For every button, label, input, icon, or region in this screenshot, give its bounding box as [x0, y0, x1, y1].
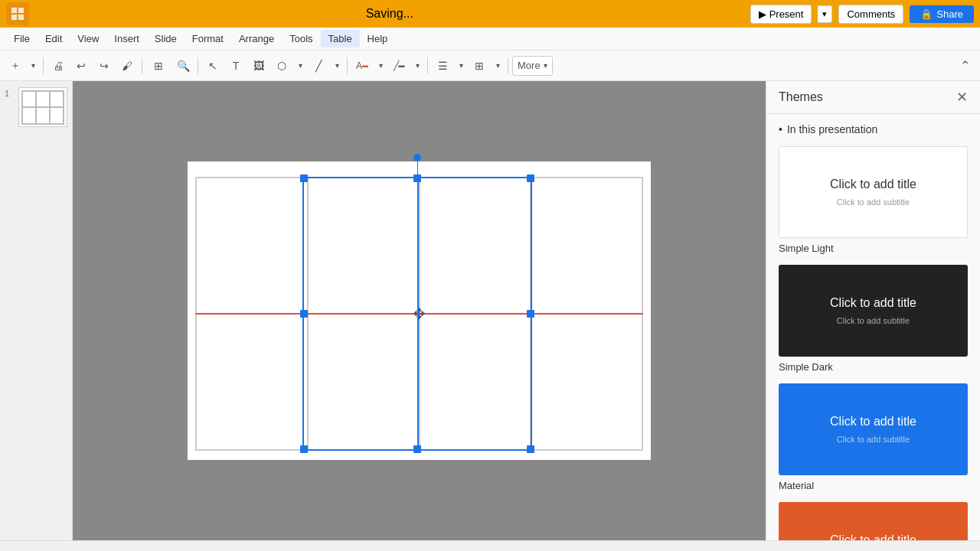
distribute-dropdown[interactable]: ▾	[492, 55, 504, 77]
thumb-cell-3	[50, 91, 64, 108]
theme-name-simple-light: Simple Light	[779, 243, 968, 254]
toolbar-divider-5	[427, 57, 428, 74]
align-button[interactable]: ☰	[432, 55, 453, 77]
themes-title: Themes	[779, 90, 823, 104]
distribute-button[interactable]: ⊞	[469, 55, 490, 77]
table-cell-r1c0[interactable]	[196, 314, 308, 450]
comments-button[interactable]: Comments	[838, 5, 903, 24]
zoom-button[interactable]: 🔍	[172, 55, 194, 77]
title-bar-center: Saving...	[35, 7, 744, 21]
table-cell-r0c3[interactable]	[531, 178, 642, 314]
saving-status: Saving...	[366, 7, 413, 21]
svg-rect-0	[11, 8, 17, 13]
table-cell-r1c2[interactable]	[420, 314, 531, 450]
theme-preview-spearmint[interactable]: Click to add title Click to add subtitle	[779, 502, 968, 540]
menu-view[interactable]: View	[70, 30, 106, 47]
line-color-dropdown[interactable]: ▾	[411, 55, 423, 77]
table-cell-r1c3[interactable]	[531, 314, 642, 450]
fill-color-dropdown[interactable]: ▾	[374, 55, 387, 77]
toolbar-group-add: ＋ ▾	[5, 55, 39, 77]
menu-bar: File Edit View Insert Slide Format Arran…	[0, 28, 980, 51]
line-color-button[interactable]: ╱ ▬	[388, 55, 410, 77]
print-button[interactable]: 🖨	[47, 55, 69, 77]
collapse-panel-button[interactable]: ⌃	[954, 55, 975, 77]
themes-close-button[interactable]: ✕	[956, 90, 968, 104]
canvas-area[interactable]: ✥	[73, 81, 766, 540]
svg-rect-1	[18, 8, 24, 13]
svg-rect-2	[11, 15, 17, 20]
toolbar-divider-3	[198, 57, 198, 74]
table-container[interactable]: ✥	[195, 177, 643, 451]
themes-panel: Themes ✕ • In this presentation Click to…	[766, 81, 980, 540]
redo-button[interactable]: ↪	[93, 55, 115, 77]
toolbar: ＋ ▾ 🖨 ↩ ↪ 🖌 ⊞ 🔍 ↖ T 🖼 ⬡ ▾ ╱ ▾ A ▬ ▾ ╱ ▬ …	[0, 51, 980, 81]
add-dropdown[interactable]: ▾	[27, 55, 39, 77]
title-bar: Saving... ▶ Present ▾ Comments 🔒 Share	[0, 0, 980, 28]
present-dropdown-button[interactable]: ▾	[818, 5, 832, 23]
slide-thumb-1[interactable]	[18, 87, 67, 127]
themes-content: • In this presentation Click to add titl…	[766, 114, 980, 540]
text-button[interactable]: T	[225, 55, 247, 77]
toolbar-divider-2	[142, 57, 142, 74]
present-icon: ▶	[759, 8, 766, 20]
menu-slide[interactable]: Slide	[147, 30, 185, 47]
menu-arrange[interactable]: Arrange	[231, 30, 282, 47]
present-button[interactable]: ▶ Present	[750, 5, 812, 24]
table-cell-r0c2[interactable]	[420, 178, 531, 314]
menu-edit[interactable]: Edit	[38, 30, 70, 47]
zoom-fit-button[interactable]: ⊞	[146, 55, 171, 77]
table-cell-r0c0[interactable]	[196, 178, 308, 314]
thumb-cell-5	[36, 107, 50, 124]
shapes-dropdown[interactable]: ▾	[294, 55, 306, 77]
thumb-cell-4	[22, 107, 36, 124]
line-button[interactable]: ╱	[308, 55, 329, 77]
selection-top-circle	[413, 154, 421, 161]
theme-card-material: Click to add title Click to add subtitle…	[779, 383, 968, 491]
menu-file[interactable]: File	[6, 30, 38, 47]
bottom-bar	[0, 540, 980, 551]
menu-format[interactable]: Format	[185, 30, 231, 47]
bullet-icon: •	[779, 123, 782, 135]
theme-name-material: Material	[779, 480, 968, 491]
menu-help[interactable]: Help	[360, 30, 396, 47]
shapes-button[interactable]: ⬡	[271, 55, 292, 77]
menu-table[interactable]: Table	[321, 30, 360, 47]
select-button[interactable]: ↖	[202, 55, 224, 77]
app-logo	[6, 2, 29, 25]
thumb-cell-2	[36, 91, 50, 108]
theme-preview-simple-dark[interactable]: Click to add title Click to add subtitle	[779, 265, 968, 357]
menu-tools[interactable]: Tools	[282, 30, 320, 47]
toolbar-divider-6	[508, 57, 508, 74]
toolbar-divider-1	[43, 57, 44, 74]
theme-card-simple-dark: Click to add title Click to add subtitle…	[779, 265, 968, 373]
theme-preview-material[interactable]: Click to add title Click to add subtitle	[779, 383, 968, 475]
menu-insert[interactable]: Insert	[106, 30, 147, 47]
align-dropdown[interactable]: ▾	[455, 55, 467, 77]
undo-button[interactable]: ↩	[70, 55, 92, 77]
red-divider-horizontal	[195, 313, 643, 315]
add-button[interactable]: ＋	[5, 55, 26, 77]
paint-format-button[interactable]: 🖌	[116, 55, 138, 77]
fill-color-button[interactable]: A ▬	[351, 55, 373, 77]
thumb-cell-1	[22, 91, 36, 108]
more-button[interactable]: More ▾	[512, 56, 553, 76]
selection-top-line	[417, 161, 418, 177]
line-dropdown[interactable]: ▾	[331, 55, 343, 77]
table-cell-r1c1[interactable]	[308, 314, 420, 450]
toolbar-divider-4	[347, 57, 348, 74]
share-button[interactable]: 🔒 Share	[910, 5, 974, 23]
themes-header: Themes ✕	[766, 81, 980, 114]
main-area: 1	[0, 81, 980, 540]
svg-rect-3	[18, 15, 24, 20]
image-button[interactable]: 🖼	[248, 55, 270, 77]
theme-card-simple-light: Click to add title Click to add subtitle…	[779, 146, 968, 254]
table-cell-r0c1[interactable]	[308, 178, 420, 314]
title-bar-right: ▶ Present ▾ Comments 🔒 Share	[750, 5, 974, 24]
theme-card-spearmint: Click to add title Click to add subtitle…	[779, 502, 968, 540]
theme-preview-simple-light[interactable]: Click to add title Click to add subtitle	[779, 146, 968, 238]
slide-thumb-container-1: 1	[5, 87, 67, 127]
theme-name-simple-dark: Simple Dark	[779, 361, 968, 373]
in-this-presentation[interactable]: • In this presentation	[779, 123, 968, 135]
slide-canvas: ✥	[188, 161, 651, 460]
slide-thumb-inner	[21, 90, 64, 125]
